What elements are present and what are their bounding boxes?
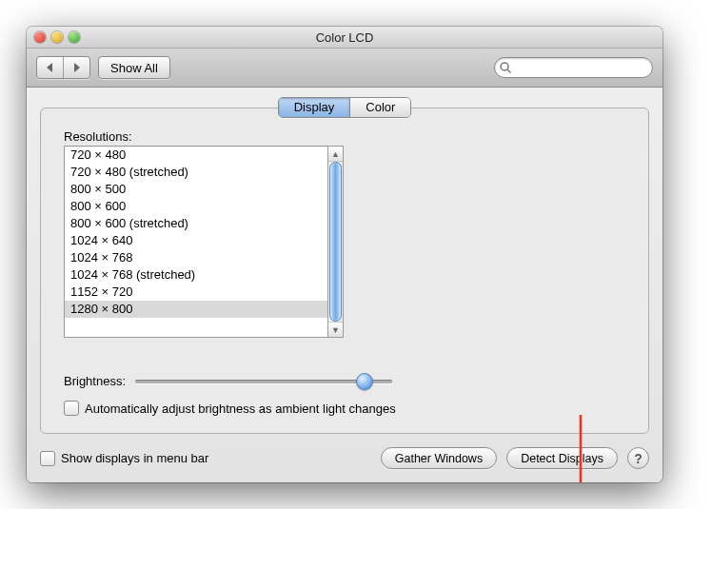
- menubar-label: Show displays in menu bar: [61, 451, 208, 465]
- body: DisplayColor Resolutions: 720 × 480720 ×…: [27, 88, 663, 482]
- detect-displays-label: Detect Displays: [521, 452, 603, 465]
- resolution-row[interactable]: 800 × 500: [65, 181, 327, 198]
- resolution-row[interactable]: 800 × 600 (stretched): [65, 215, 327, 232]
- chevron-right-icon: [72, 63, 81, 72]
- footer: Show displays in menu bar Gather Windows…: [40, 447, 649, 469]
- window-title: Color LCD: [27, 30, 663, 45]
- auto-brightness-checkbox[interactable]: [64, 401, 79, 416]
- slider-track: [135, 380, 392, 383]
- search-input[interactable]: [514, 60, 646, 75]
- forward-button[interactable]: [63, 57, 89, 78]
- gather-windows-button[interactable]: Gather Windows: [381, 447, 497, 469]
- gather-windows-label: Gather Windows: [395, 452, 483, 465]
- scroll-up-icon[interactable]: ▲: [328, 147, 343, 162]
- resolution-row[interactable]: 1024 × 768 (stretched): [65, 266, 327, 284]
- menubar-row: Show displays in menu bar: [40, 451, 208, 466]
- scroll-down-icon[interactable]: ▼: [328, 322, 343, 337]
- nav-segmented: [36, 56, 90, 79]
- show-all-button[interactable]: Show All: [98, 56, 170, 79]
- slider-knob[interactable]: [356, 373, 373, 390]
- display-panel: Resolutions: 720 × 480720 × 480 (stretch…: [40, 108, 649, 434]
- resolution-row[interactable]: 1152 × 720: [65, 284, 327, 301]
- scroll-track[interactable]: [328, 162, 343, 322]
- tab-bar: DisplayColor: [40, 97, 649, 118]
- back-button[interactable]: [37, 57, 63, 78]
- svg-line-1: [507, 69, 511, 73]
- resolution-row[interactable]: 720 × 480: [65, 147, 327, 164]
- scroll-thumb[interactable]: [329, 162, 342, 322]
- preferences-window: Color LCD Show All DisplayColor: [27, 27, 663, 482]
- resolution-row[interactable]: 1024 × 768: [65, 249, 327, 266]
- brightness-slider[interactable]: [135, 372, 392, 389]
- brightness-label: Brightness:: [64, 374, 126, 388]
- titlebar: Color LCD: [27, 27, 663, 49]
- search-field[interactable]: [494, 57, 653, 78]
- chevron-left-icon: [46, 63, 54, 72]
- resolutions-label: Resolutions:: [64, 129, 625, 144]
- tab-color[interactable]: Color: [349, 98, 410, 117]
- svg-point-0: [501, 63, 508, 70]
- resolution-row[interactable]: 1280 × 800: [65, 301, 327, 318]
- resolution-row[interactable]: 800 × 600: [65, 198, 327, 215]
- show-all-label: Show All: [110, 61, 158, 75]
- resolution-row[interactable]: 1024 × 640: [65, 232, 327, 249]
- help-icon: ?: [634, 451, 643, 466]
- resolution-row[interactable]: 720 × 480 (stretched): [65, 164, 327, 181]
- auto-brightness-label: Automatically adjust brightness as ambie…: [85, 402, 396, 416]
- auto-brightness-row: Automatically adjust brightness as ambie…: [64, 401, 625, 416]
- menubar-checkbox[interactable]: [40, 451, 55, 466]
- resolutions-list[interactable]: 720 × 480720 × 480 (stretched)800 × 5008…: [64, 146, 328, 338]
- brightness-row: Brightness:: [64, 372, 625, 389]
- tab-display[interactable]: Display: [279, 98, 350, 117]
- toolbar: Show All: [27, 49, 663, 88]
- help-button[interactable]: ?: [627, 447, 649, 469]
- detect-displays-button[interactable]: Detect Displays: [506, 447, 618, 469]
- search-icon: [499, 61, 512, 74]
- scrollbar[interactable]: ▲ ▼: [328, 146, 344, 338]
